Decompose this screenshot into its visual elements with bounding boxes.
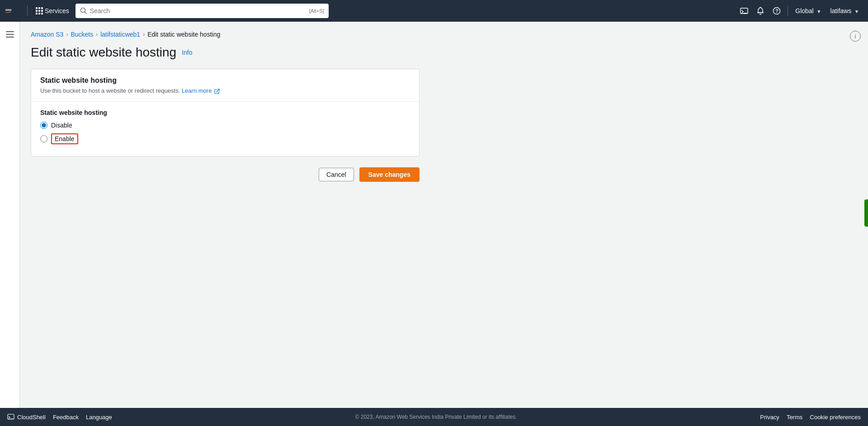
radio-group-label: Static website hosting [40,109,410,116]
search-icon [80,7,87,14]
sidebar-toggle-button[interactable] [3,27,17,42]
enable-label: Enable [51,133,78,144]
services-menu[interactable]: Services [33,5,72,16]
enable-option[interactable]: Enable [40,133,410,144]
cloudshell-footer[interactable]: CloudShell [7,413,46,421]
footer-left: CloudShell Feedback Language [7,413,112,421]
user-menu[interactable]: latifaws ▼ [827,5,863,16]
breadcrumb: Amazon S3 › Buckets › latifstaticweb1 › … [31,31,857,38]
services-label: Services [45,7,69,14]
grid-icon [36,7,43,14]
hamburger-line-2 [6,34,14,35]
disable-radio[interactable] [40,122,47,129]
sidebar-toggle [0,22,20,408]
privacy-link[interactable]: Privacy [760,414,779,421]
language-link[interactable]: Language [86,414,112,421]
svg-text:?: ? [775,8,778,14]
nav-right: ? Global ▼ latifaws ▼ [737,4,863,18]
svg-rect-8 [8,414,14,419]
cancel-button[interactable]: Cancel [319,168,354,181]
page-title-row: Edit static website hosting Info [31,45,857,60]
global-region[interactable]: Global ▼ [792,5,825,16]
nav-divider-2 [788,5,788,16]
hamburger-line-1 [6,31,14,32]
hamburger-line-3 [6,37,14,38]
breadcrumb-sep-3: › [143,31,145,38]
breadcrumb-sep-1: › [66,31,68,38]
right-panel-tab[interactable] [864,199,868,227]
terms-link[interactable]: Terms [787,414,802,421]
cloudshell-footer-icon [7,413,14,421]
page-title: Edit static website hosting [31,45,176,60]
footer: CloudShell Feedback Language © 2023, Ama… [0,408,868,426]
main-content: Amazon S3 › Buckets › latifstaticweb1 › … [20,22,868,408]
help-icon[interactable]: ? [769,4,784,18]
search-shortcut: [Alt+S] [309,8,324,14]
breadcrumb-buckets[interactable]: Buckets [71,31,93,38]
main-layout: Amazon S3 › Buckets › latifstaticweb1 › … [0,22,868,408]
breadcrumb-bucket-name[interactable]: latifstaticweb1 [100,31,140,38]
info-circle-button[interactable]: i [850,31,861,42]
disable-option[interactable]: Disable [40,122,410,129]
card-title: Static website hosting [40,76,410,85]
info-link[interactable]: Info [182,49,192,56]
search-input[interactable] [90,7,307,14]
footer-right: Privacy Terms Cookie preferences [760,414,861,421]
aws-logo[interactable]: aws [5,3,22,19]
disable-label: Disable [51,122,72,129]
breadcrumb-amazon-s3[interactable]: Amazon S3 [31,31,63,38]
external-link-icon [214,89,220,94]
svg-text:aws: aws [5,8,12,12]
search-bar[interactable]: [Alt+S] [75,4,329,18]
breadcrumb-sep-2: › [96,31,98,38]
footer-copyright: © 2023, Amazon Web Services India Privat… [112,414,760,420]
breadcrumb-current: Edit static website hosting [147,31,220,38]
cloudshell-nav-icon[interactable] [737,4,751,18]
top-navigation: aws Services [Alt+S] [0,0,868,22]
feedback-link[interactable]: Feedback [53,414,79,421]
card-description: Use this bucket to host a website or red… [40,87,410,94]
nav-divider-1 [27,5,28,16]
card-body: Static website hosting Disable Enable [31,102,419,156]
cookie-link[interactable]: Cookie preferences [810,414,861,421]
svg-rect-3 [741,8,748,14]
action-row: Cancel Save changes [31,167,420,182]
cloudshell-label: CloudShell [17,414,46,421]
enable-radio[interactable] [40,135,47,142]
notifications-icon[interactable] [753,4,768,18]
save-changes-button[interactable]: Save changes [359,167,420,182]
learn-more-link[interactable]: Learn more [182,87,220,94]
static-website-hosting-card: Static website hosting Use this bucket t… [31,69,420,156]
svg-line-2 [85,12,86,14]
card-header: Static website hosting Use this bucket t… [31,69,419,102]
